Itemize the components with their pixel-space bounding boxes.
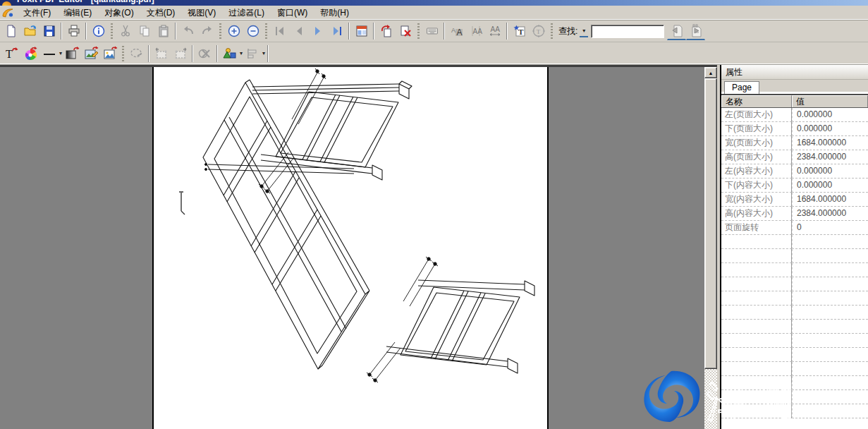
insert-text-object-button[interactable]: T <box>1 44 20 62</box>
text-circle-button[interactable]: T <box>529 23 548 40</box>
page-thumbnails-button[interactable] <box>352 23 371 40</box>
zoom-out-button[interactable] <box>243 23 262 40</box>
find-dropdown-caret[interactable]: ▾ <box>580 25 588 37</box>
line-style-button[interactable] <box>39 44 59 62</box>
property-value[interactable]: 1684.000000 <box>792 136 868 150</box>
toolbar-drag-handle[interactable] <box>111 23 113 39</box>
next-page-button[interactable] <box>308 23 327 40</box>
property-value[interactable]: 1684.000000 <box>792 193 868 207</box>
toolbar-drag-handle[interactable] <box>122 46 124 61</box>
menu-edit[interactable]: 编辑(E) <box>57 6 98 20</box>
virtual-keyboard-button[interactable] <box>422 23 441 40</box>
text-cursor <box>179 192 185 214</box>
menu-object[interactable]: 对象(O) <box>98 6 140 20</box>
canvas-wrap: ▲ <box>0 65 717 429</box>
menu-filter[interactable]: 过滤器(L) <box>222 6 271 20</box>
document-canvas[interactable] <box>0 67 704 429</box>
undo-button[interactable] <box>178 23 197 40</box>
align-objects-button[interactable] <box>243 44 262 62</box>
open-file-button[interactable] <box>20 23 39 40</box>
insert-text-button[interactable]: T <box>510 23 529 40</box>
toolbar-drag-handle[interactable] <box>219 23 221 39</box>
insert-shape-button[interactable] <box>220 44 239 62</box>
font-kerning-button[interactable]: AA <box>466 23 485 40</box>
title-bar[interactable]: Foxit PDF Editor - [qiankuang.pdf] <box>0 0 868 6</box>
svg-text:T: T <box>518 28 524 36</box>
insert-gradient-button[interactable] <box>62 44 81 62</box>
first-page-icon <box>273 24 287 38</box>
column-header-name[interactable]: 名称 <box>721 95 792 107</box>
separator <box>216 45 218 62</box>
menu-bar: 文件(F) 编辑(E) 对象(O) 文档(D) 视图(V) 过滤器(L) 窗口(… <box>0 6 868 20</box>
first-page-button[interactable] <box>270 23 289 40</box>
property-value[interactable]: 2384.000000 <box>792 207 868 221</box>
insert-color-button[interactable] <box>20 44 39 62</box>
delete-object-button[interactable] <box>195 44 214 62</box>
align-caret[interactable]: ▾ <box>262 50 265 56</box>
insert-image-icon <box>102 46 118 61</box>
rotate-page-button[interactable] <box>377 23 396 40</box>
delete-page-button[interactable] <box>396 23 415 40</box>
tab-page[interactable]: Page <box>724 81 759 94</box>
scroll-up-button[interactable]: ▲ <box>704 67 717 78</box>
find-input[interactable] <box>591 25 664 38</box>
copy-icon <box>137 24 152 38</box>
print-button[interactable] <box>64 23 83 40</box>
property-value[interactable]: 0.000000 <box>792 122 868 136</box>
separator <box>267 45 269 62</box>
paste-clipboard-icon <box>157 24 171 38</box>
new-document-button[interactable] <box>1 23 20 40</box>
lasso-icon <box>129 46 145 61</box>
scrollbar-track[interactable] <box>704 369 717 429</box>
redo-icon <box>200 24 214 38</box>
cut-button[interactable] <box>116 23 135 40</box>
menu-file[interactable]: 文件(F) <box>17 6 57 20</box>
transform-rotate-right-button[interactable] <box>171 44 190 62</box>
shapes-icon <box>222 46 238 61</box>
toolbar-main: A A AA AA T T <box>0 20 868 42</box>
last-page-button[interactable] <box>327 23 346 40</box>
property-value[interactable]: 0 <box>792 221 868 235</box>
vertical-scrollbar[interactable]: ▲ <box>704 67 717 429</box>
property-row: 下(内容大小) 0.000000 <box>721 179 868 193</box>
property-value[interactable]: 0.000000 <box>792 108 868 122</box>
paste-button[interactable] <box>154 23 173 40</box>
svg-text:A: A <box>451 27 456 34</box>
cut-scissors-icon <box>118 24 133 38</box>
menu-document[interactable]: 文档(D) <box>140 6 182 20</box>
copy-button[interactable] <box>135 23 154 40</box>
font-size-button[interactable]: A A <box>447 23 466 40</box>
toolbar-drag-handle[interactable] <box>551 23 553 39</box>
text-circle-icon: T <box>532 24 546 38</box>
zoom-in-button[interactable] <box>224 23 243 40</box>
toolbar-object: T ▾ <box>0 42 868 65</box>
property-name: 左(内容大小) <box>721 164 792 179</box>
toolbar-drag-handle[interactable] <box>265 23 267 39</box>
character-spacing-button[interactable]: AA <box>485 23 504 40</box>
redo-button[interactable] <box>197 23 216 40</box>
menu-view[interactable]: 视图(V) <box>181 6 222 20</box>
pdf-page[interactable] <box>152 67 549 429</box>
property-value[interactable]: 0.000000 <box>792 164 868 179</box>
find-next-button[interactable] <box>686 23 705 40</box>
transform-rotate-left-button[interactable] <box>152 44 171 62</box>
previous-page-button[interactable] <box>289 23 308 40</box>
save-button[interactable] <box>39 23 59 40</box>
property-name: 下(页面大小) <box>721 122 792 136</box>
edit-image-button[interactable] <box>81 44 100 62</box>
property-value[interactable]: 0.000000 <box>792 179 868 193</box>
property-value[interactable]: 2384.000000 <box>792 150 868 164</box>
document-info-button[interactable] <box>89 23 108 40</box>
rotate-selection-left-icon <box>154 46 169 61</box>
scrollbar-thumb[interactable] <box>704 78 717 369</box>
toolbar-drag-handle[interactable] <box>417 23 420 39</box>
property-name: 宽(页面大小) <box>721 136 792 150</box>
find-previous-button[interactable] <box>667 23 686 40</box>
find-previous-icon <box>670 24 684 38</box>
column-header-value[interactable]: 值 <box>792 95 868 107</box>
lasso-edit-button[interactable] <box>127 44 146 62</box>
insert-image-button[interactable] <box>100 44 119 62</box>
menu-help[interactable]: 帮助(H) <box>314 6 355 20</box>
menu-window[interactable]: 窗口(W) <box>271 6 314 20</box>
edit-image-icon <box>83 46 99 61</box>
